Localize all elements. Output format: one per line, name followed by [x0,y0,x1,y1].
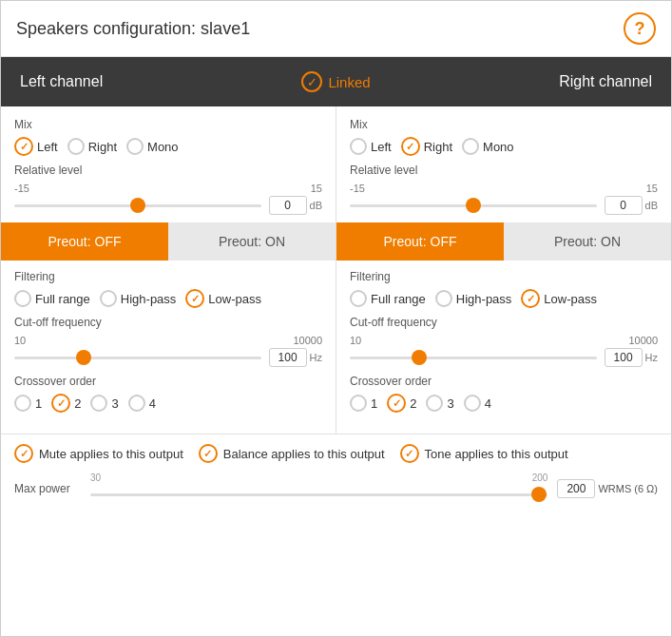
right-rel-level-label: Relative level [350,164,658,177]
right-preout-on-btn[interactable]: Preout: ON [504,222,671,261]
right-mix-left-label: Left [371,140,392,154]
left-cutoff-thumb[interactable] [76,350,91,365]
left-crossover-4[interactable]: 4 [128,395,156,412]
right-filter-lowpass[interactable]: Low-pass [521,289,597,308]
max-power-unit: WRMS (6 Ω) [598,483,658,494]
right-preout-off-btn[interactable]: Preout: OFF [336,222,504,261]
right-crossover-4-label: 4 [485,396,491,411]
max-power-value-box: WRMS (6 Ω) [557,479,658,498]
left-crossover-1-icon [14,395,31,412]
left-cutoff-slider[interactable] [14,348,261,367]
left-cutoff-input[interactable] [269,348,307,367]
right-filter-group: Full range High-pass Low-pass [350,289,658,308]
window-title: Speakers configuration: slave1 [16,19,250,39]
left-preout-on-btn[interactable]: Preout: ON [168,222,336,261]
right-crossover-4-icon [464,395,481,412]
help-button[interactable]: ? [624,12,656,45]
left-level-input[interactable] [269,196,307,215]
right-crossover-2-icon [387,394,406,413]
left-filter-highpass-icon [100,290,117,307]
left-level-thumb[interactable] [130,198,145,213]
right-crossover-1[interactable]: 1 [350,395,377,412]
left-relative-level: Relative level -15 15 dB [14,164,322,215]
left-filter-lowpass-icon [185,289,204,308]
left-crossover-3-icon [90,395,107,412]
right-preout-row: Preout: OFF Preout: ON [336,222,671,261]
channel-header: Left channel ✓ Linked Right channel [1,57,671,106]
linked-check-icon: ✓ [301,71,322,92]
left-filter-fullrange[interactable]: Full range [14,290,90,307]
right-filter-highpass-icon [435,290,452,307]
left-crossover-2[interactable]: 2 [51,394,81,413]
left-filter-lowpass[interactable]: Low-pass [185,289,261,308]
right-filter-fullrange[interactable]: Full range [350,290,426,307]
left-cutoff-unit: Hz [310,352,322,363]
max-power-input[interactable] [557,479,595,498]
left-mix-right[interactable]: Right [67,138,117,155]
right-level-slider[interactable] [350,196,597,215]
left-filter-highpass[interactable]: High-pass [100,290,177,307]
right-cutoff-slider[interactable] [350,348,597,367]
right-mix-label: Mix [350,118,658,131]
right-filter-section: Filtering Full range High-pass Low-pass [350,261,658,413]
max-power-thumb[interactable] [531,487,547,502]
left-preout-off-btn[interactable]: Preout: OFF [1,222,168,261]
left-mix-mono[interactable]: Mono [126,138,179,155]
left-mix-right-icon [67,138,85,155]
right-level-scale: -15 15 [350,183,658,194]
left-level-min: -15 [14,183,29,194]
right-mix-left[interactable]: Left [350,138,392,155]
mute-checkbox-item[interactable]: Mute applies to this output [14,444,183,463]
left-crossover-label: Crossover order [14,375,322,388]
right-crossover-section: Crossover order 1 2 3 [350,375,658,413]
right-crossover-label: Crossover order [350,375,658,388]
right-crossover-2[interactable]: 2 [387,394,416,413]
right-mix-right[interactable]: Right [401,137,452,156]
left-cutoff-max: 10000 [293,335,322,346]
right-cutoff-unit: Hz [645,352,658,363]
right-level-slider-row: dB [350,196,658,215]
left-crossover-2-label: 2 [74,396,81,411]
bottom-section: Mute applies to this output Balance appl… [1,434,671,513]
right-mix-mono[interactable]: Mono [462,138,514,155]
left-crossover-3[interactable]: 3 [90,395,118,412]
right-mix-mono-icon [462,138,479,155]
left-crossover-1[interactable]: 1 [14,395,42,412]
right-cutoff-value-box: Hz [605,348,658,367]
left-cutoff-label: Cut-off frequency [14,316,322,329]
right-crossover-4[interactable]: 4 [464,395,491,412]
left-cutoff-min: 10 [14,335,26,346]
left-cutoff-value-box: Hz [269,348,322,367]
right-level-input[interactable] [605,196,643,215]
left-cutoff-scale: 10 10000 [14,335,322,346]
right-channel-label: Right channel [371,73,671,90]
left-mix-left[interactable]: Left [14,137,58,156]
right-mix-left-icon [350,138,367,155]
mute-check-icon [14,444,33,463]
left-crossover-group: 1 2 3 4 [14,394,322,413]
max-power-track [90,493,547,496]
right-filter-fullrange-label: Full range [371,292,426,306]
balance-label: Balance applies to this output [223,447,385,461]
right-cutoff-input[interactable] [605,348,643,367]
right-channel-panel: Mix Left Right Mono [336,106,671,434]
right-filter-label: Filtering [350,270,658,283]
right-level-thumb[interactable] [466,198,481,213]
right-crossover-3[interactable]: 3 [426,395,453,412]
left-level-slider-row: dB [14,196,322,215]
right-level-max: 15 [646,183,658,194]
left-level-track [14,204,261,207]
right-cutoff-thumb[interactable] [412,350,427,365]
tone-checkbox-item[interactable]: Tone applies to this output [400,444,568,463]
right-cutoff-label: Cut-off frequency [350,316,658,329]
left-channel-panel: Mix Left Right Mono [1,106,336,434]
left-cutoff-section: Cut-off frequency 10 10000 H [14,316,322,367]
balance-checkbox-item[interactable]: Balance applies to this output [199,444,385,463]
max-power-row: Max power 30 200 WRMS (6 Ω) [14,473,658,504]
left-level-slider[interactable] [14,196,261,215]
right-mix-right-icon [401,137,420,156]
main-window: Speakers configuration: slave1 ? Left ch… [0,0,672,637]
right-filter-highpass[interactable]: High-pass [435,290,512,307]
max-power-slider[interactable] [90,485,547,504]
left-mix-mono-label: Mono [147,140,179,154]
